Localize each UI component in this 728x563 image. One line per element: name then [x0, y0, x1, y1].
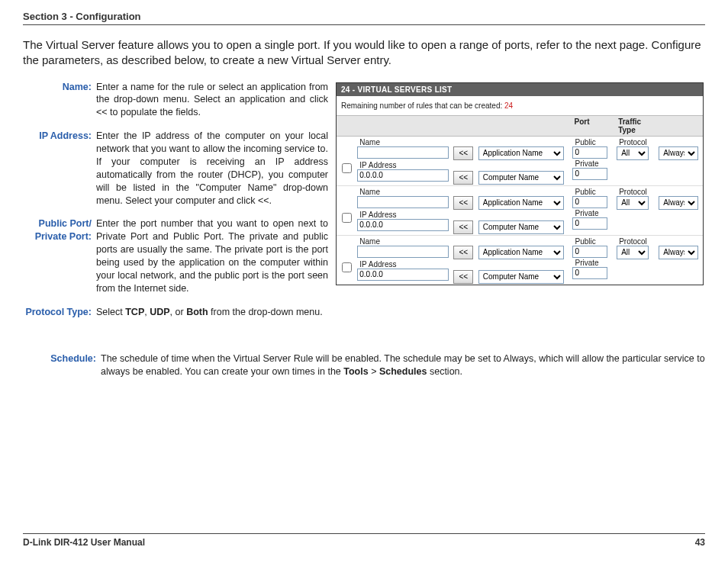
rule3-enable-checkbox[interactable] [342, 262, 352, 272]
rule1-private-port[interactable] [572, 168, 607, 180]
rule1-protocol-label: Protocol [617, 137, 656, 146]
rule2-name-input[interactable] [357, 196, 448, 208]
rule1-comp-push-button[interactable]: << [453, 171, 473, 185]
hdr-blank1 [337, 115, 356, 136]
rule1-name-input[interactable] [357, 146, 448, 159]
rule3-private-port[interactable] [572, 267, 607, 279]
hdr-blank4 [477, 115, 572, 136]
rule1-schedule-select[interactable]: Always [659, 146, 698, 160]
section-header: Section 3 - Configuration [23, 11, 705, 25]
rule2-schedule-select[interactable]: Always [659, 196, 698, 210]
schedule-gt: > [369, 366, 379, 377]
rule3-name-label: Name [357, 236, 448, 246]
rule2-public-port[interactable] [572, 196, 607, 208]
rule2-private-label: Private [572, 208, 614, 217]
rule3-comp-push-button[interactable]: << [453, 270, 473, 284]
rule2-enable-checkbox[interactable] [342, 213, 352, 223]
hdr-blank3 [450, 115, 477, 136]
panel-remaining: Remaining number of rules that can be cr… [337, 96, 703, 115]
hdr-blank5 [657, 115, 703, 136]
rule3-app-push-button[interactable]: << [453, 246, 473, 259]
def-label-name: Name: [23, 81, 96, 120]
rule1-public-label: Public [572, 137, 614, 146]
schedule-post: section. [427, 366, 462, 377]
rule1-enable-checkbox[interactable] [342, 163, 352, 173]
def-label-protocol: Protocol Type: [23, 306, 96, 319]
hdr-traffic: Traffic Type [615, 115, 657, 136]
def-label-schedule: Schedule: [23, 352, 101, 379]
rule1-application-select[interactable]: Application Name [478, 146, 564, 160]
rule2-computer-select[interactable]: Computer Name [478, 220, 564, 234]
rule3-computer-select[interactable]: Computer Name [478, 270, 564, 284]
def-body-protocol: Select TCP, UDP, or Both from the drop-d… [96, 306, 328, 319]
rule1-public-port[interactable] [572, 146, 607, 159]
intro-text: The Virtual Server feature allows you to… [23, 37, 705, 69]
rule3-private-label: Private [572, 258, 614, 267]
rule3-ip-label: IP Address [357, 259, 448, 269]
rule1-name-label: Name [357, 137, 448, 146]
rule3-public-label: Public [572, 236, 614, 246]
protocol-post: from the drop-down menu. [208, 307, 323, 317]
rule1-app-push-button[interactable]: << [453, 146, 473, 160]
protocol-sep2: , or [170, 307, 187, 317]
panel-title: 24 - VIRTUAL SERVERS LIST [337, 83, 703, 96]
rule2-application-select[interactable]: Application Name [478, 196, 564, 210]
rule2-ip-label: IP Address [357, 210, 448, 219]
def-body-schedule: The schedule of time when the Virtual Se… [101, 352, 705, 379]
rule2-name-label: Name [357, 187, 448, 196]
protocol-udp: UDP [150, 307, 169, 317]
schedule-tools: Tools [343, 366, 368, 377]
def-label-private-port: Private Port: [35, 231, 92, 242]
rule2-protocol-label: Protocol [617, 187, 656, 196]
rule3-application-select[interactable]: Application Name [478, 246, 564, 259]
rule3-ip-input[interactable] [357, 269, 448, 281]
schedule-schedules: Schedules [379, 366, 427, 377]
rule3-public-port[interactable] [572, 246, 607, 258]
rule2-public-label: Public [572, 187, 614, 196]
rule2-comp-push-button[interactable]: << [453, 220, 473, 234]
def-body-ports: Enter the port number that you want to o… [96, 217, 328, 294]
def-label-ports: Public Port/ Private Port: [23, 217, 96, 294]
def-label-ip: IP Address: [23, 130, 96, 207]
hdr-port: Port [571, 115, 615, 136]
def-body-name: Enter a name for the rule or select an a… [96, 81, 328, 120]
remaining-label: Remaining number of rules that can be cr… [341, 101, 504, 110]
protocol-both: Both [186, 307, 208, 317]
rule2-app-push-button[interactable]: << [453, 196, 473, 210]
rule1-ip-input[interactable] [357, 169, 448, 182]
def-body-ip: Enter the IP address of the computer on … [96, 130, 328, 207]
rule3-schedule-select[interactable]: Always [659, 246, 698, 259]
hdr-blank2 [356, 115, 449, 136]
rule1-protocol-select[interactable]: All [617, 146, 649, 160]
rule1-ip-label: IP Address [357, 160, 448, 169]
footer-page: 43 [695, 537, 705, 548]
footer-left: D-Link DIR-412 User Manual [23, 537, 145, 548]
virtual-servers-panel: 24 - VIRTUAL SERVERS LIST Remaining numb… [336, 82, 704, 285]
def-label-public-port: Public Port/ [39, 218, 92, 229]
rule2-private-port[interactable] [572, 217, 607, 230]
rule1-private-label: Private [572, 159, 614, 168]
rule2-ip-input[interactable] [357, 219, 448, 231]
protocol-pre: Select [96, 307, 125, 317]
rule2-protocol-select[interactable]: All [617, 196, 649, 210]
rule3-protocol-label: Protocol [617, 236, 656, 246]
protocol-tcp: TCP [125, 307, 144, 317]
rule3-name-input[interactable] [357, 246, 448, 258]
rule1-computer-select[interactable]: Computer Name [478, 171, 564, 185]
rule3-protocol-select[interactable]: All [617, 246, 649, 259]
remaining-value: 24 [504, 101, 513, 110]
